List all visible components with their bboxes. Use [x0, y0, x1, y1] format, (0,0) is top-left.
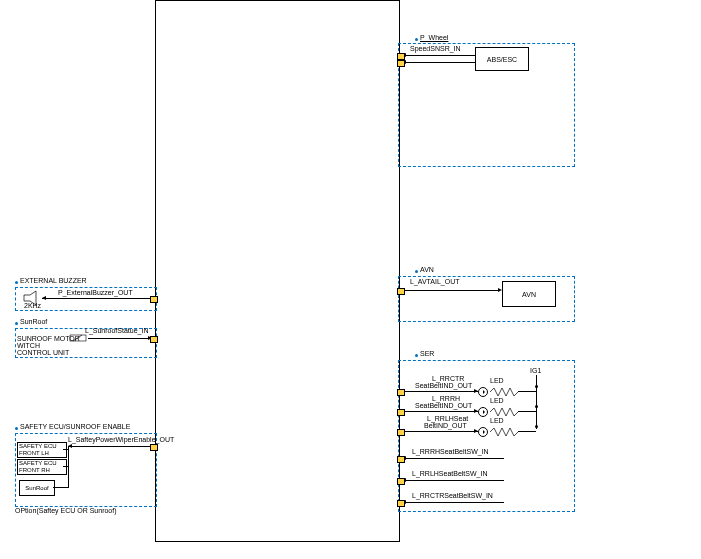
avn-box: AVN	[502, 281, 556, 307]
led-label: LED	[490, 417, 504, 424]
signal-label: L_RRRH	[432, 395, 460, 402]
led-label: LED	[490, 377, 504, 384]
dot-marker	[415, 270, 418, 273]
pin	[397, 60, 405, 67]
signal-label: SeatBeltIND_OUT	[415, 402, 472, 409]
arrow-icon	[474, 409, 478, 413]
signal-label: BeltIND_OUT	[424, 422, 467, 429]
wire	[42, 298, 150, 299]
led-icon	[478, 407, 488, 417]
wire	[404, 55, 476, 56]
node-dot	[535, 405, 538, 408]
box-label: SunRoof	[25, 485, 48, 491]
pin	[150, 296, 158, 303]
arrow-icon	[474, 389, 478, 393]
pin	[397, 500, 405, 507]
node-dot	[535, 425, 538, 428]
wire	[536, 375, 537, 429]
signal-label: SeatBeltIND_OUT	[415, 382, 472, 389]
wire	[404, 290, 500, 291]
wire	[53, 487, 68, 488]
switch-icon	[70, 333, 88, 343]
sunroof-header: SunRoof	[20, 318, 47, 325]
wire	[68, 446, 69, 488]
wire	[68, 446, 150, 447]
dot-marker	[15, 427, 18, 430]
box-line: FRONT LH	[19, 450, 65, 457]
signal-label: L_SunroofStatue_IN	[85, 327, 148, 334]
signal-label: P_ExternalBuzzer_OUT	[58, 289, 133, 296]
signal-label: SpeedSNSR_IN	[410, 45, 461, 52]
wire	[404, 411, 478, 412]
dot-marker	[415, 38, 418, 41]
pwheel-header: P_Wheel	[420, 34, 448, 41]
dot-marker	[15, 281, 18, 284]
box-label: ABS/ESC	[487, 56, 517, 63]
sunroof-unit-l3: CONTROL UNIT	[17, 349, 69, 356]
pin	[150, 444, 158, 451]
wire	[404, 391, 478, 392]
pin	[397, 456, 405, 463]
pin	[150, 336, 158, 343]
pin	[397, 389, 405, 396]
wire	[518, 411, 536, 412]
safety-ecu-front-rh-box: SAFETY ECU FRONT RH	[17, 459, 67, 475]
led-label: LED	[490, 397, 504, 404]
dot-marker	[15, 322, 18, 325]
wire	[518, 431, 536, 432]
signal-label: L_RRCTRSeatBeltSW_IN	[412, 492, 493, 499]
option-note: OPtion(Saftey ECU OR Sunroof)	[15, 507, 117, 514]
wire	[404, 480, 504, 481]
box-label: AVN	[522, 291, 536, 298]
resistor-icon	[490, 428, 520, 436]
ecu-main-box	[155, 0, 400, 542]
signal-label: L_RRLHSeatBeltSW_IN	[412, 470, 487, 477]
box-line: SAFETY ECU	[19, 460, 65, 467]
ser-header: SER	[420, 350, 434, 357]
arrow-icon	[474, 429, 478, 433]
pin	[397, 429, 405, 436]
wire	[518, 391, 536, 392]
box-line: SAFETY ECU	[19, 443, 65, 450]
resistor-icon	[490, 388, 520, 396]
safety-ecu-front-lh-box: SAFETY ECU FRONT LH	[17, 442, 67, 458]
wire	[404, 458, 504, 459]
abs-esc-box: ABS/ESC	[475, 47, 529, 71]
freq-label: 2KHz	[24, 302, 41, 309]
sunroof-unit-l2: WITCH	[17, 342, 40, 349]
wire	[404, 431, 478, 432]
led-icon	[478, 387, 488, 397]
arrow-icon	[42, 296, 46, 300]
pin	[397, 409, 405, 416]
signal-label: L_SafteyPowerWiperEnable_OUT	[68, 436, 174, 443]
led-icon	[478, 427, 488, 437]
pin	[397, 53, 405, 60]
avn-header: AVN	[420, 266, 434, 273]
signal-label: L_RRLHSeat	[427, 415, 468, 422]
wire	[88, 338, 150, 339]
wire	[404, 62, 476, 63]
ig1-label: IG1	[530, 367, 541, 374]
signal-label: L_RRCTR	[432, 375, 464, 382]
svg-line-2	[73, 335, 82, 341]
dot-marker	[415, 354, 418, 357]
signal-label: L_AVTAIL_OUT	[410, 278, 460, 285]
sunroof-box: SunRoof	[19, 480, 55, 496]
pin	[397, 478, 405, 485]
arrow-icon	[68, 444, 72, 448]
wire	[404, 502, 504, 503]
resistor-icon	[490, 408, 520, 416]
node-dot	[535, 385, 538, 388]
box-line: FRONT RH	[19, 467, 65, 474]
external-buzzer-header: EXTERNAL BUZZER	[20, 277, 87, 284]
signal-label: L_RRRHSeatBeltSW_IN	[412, 448, 489, 455]
safety-header: SAFETY ECU/SUNROOF ENABLE	[20, 423, 130, 430]
pin	[397, 288, 405, 295]
